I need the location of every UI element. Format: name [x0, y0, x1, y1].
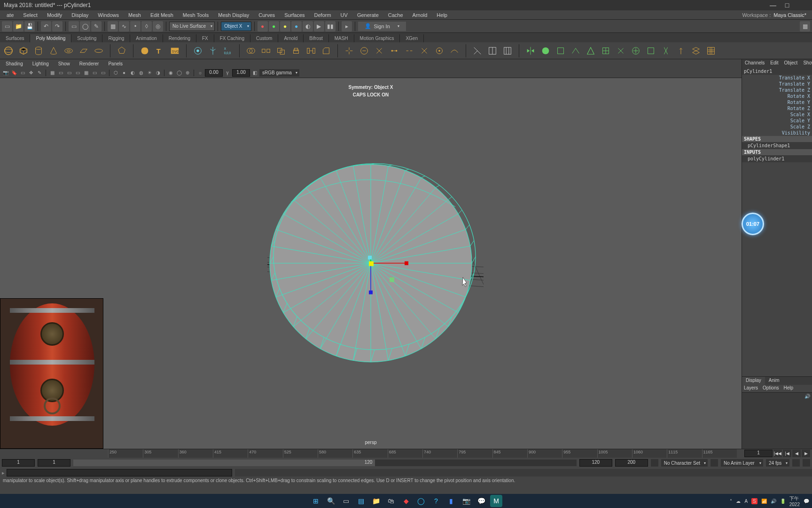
vp-safe-title-icon[interactable]: ▭ [99, 69, 107, 77]
menu-windows[interactable]: Windows [93, 12, 124, 18]
layer-editor-area[interactable]: 🔊 [742, 392, 812, 449]
vp-exposure-field[interactable]: 0.00 [205, 69, 223, 77]
wechat-icon[interactable]: 💬 [475, 495, 487, 507]
render-settings-button[interactable]: ● [280, 21, 290, 32]
vp-view-transform-icon[interactable]: ◧ [251, 69, 258, 77]
menu-uv[interactable]: UV [336, 12, 352, 18]
play-back-button[interactable]: ◀ [792, 450, 801, 457]
redo-button[interactable]: ↷ [52, 21, 62, 32]
poly-cube-icon[interactable] [17, 44, 30, 57]
menu-edit-mesh[interactable]: Edit Mesh [146, 12, 178, 18]
vp-xray-icon[interactable]: ◯ [175, 69, 183, 77]
anim-layer-dropdown[interactable]: No Anim Layer [721, 459, 763, 467]
vp-safe-action-icon[interactable]: ▭ [91, 69, 98, 77]
shelf-tab-bifrost[interactable]: Bifrost [304, 34, 328, 42]
search-button[interactable]: 🔍 [325, 495, 337, 507]
vp-2d-pan-icon[interactable]: ✥ [27, 69, 35, 77]
quadrangulate-icon[interactable] [599, 44, 612, 57]
tray-chevron-icon[interactable]: ˄ [730, 499, 732, 504]
select-tool-button[interactable]: ▭ [69, 21, 79, 32]
start-button[interactable]: ⊞ [310, 495, 322, 507]
new-scene-button[interactable]: ▭ [2, 21, 12, 32]
tray-sogou-icon[interactable]: S [751, 498, 757, 504]
render-button[interactable]: ● [258, 21, 268, 32]
vp-gamma-field[interactable]: 1.00 [232, 69, 250, 77]
attr-rotate-y[interactable]: Rotate Y [742, 99, 812, 105]
normals-icon[interactable] [674, 44, 687, 57]
poly-platonic-icon[interactable] [115, 44, 128, 57]
shape-node-name[interactable]: pCylinderShape1 [742, 142, 812, 149]
menu-surfaces[interactable]: Surfaces [280, 12, 309, 18]
edge-button[interactable]: ◯ [415, 495, 427, 507]
tray-wifi-icon[interactable]: 📶 [761, 499, 767, 504]
snap-point-button[interactable]: • [130, 21, 141, 32]
reflection-icon[interactable] [206, 44, 219, 57]
poly-plane-icon[interactable] [77, 44, 90, 57]
channel-object-name[interactable]: pCylinder1 [742, 68, 812, 75]
menu-help[interactable]: Help [432, 12, 452, 18]
app-blue-icon[interactable]: ▮ [445, 495, 457, 507]
vp-menu-panels[interactable]: Panels [103, 60, 127, 67]
snap-plane-button[interactable]: ◊ [141, 21, 152, 32]
poly-disc-icon[interactable] [92, 44, 105, 57]
attr-rotate-x[interactable]: Rotate X [742, 93, 812, 99]
mirror-icon[interactable] [524, 44, 537, 57]
sign-in-button[interactable]: 👤 Sign In ▾ [358, 22, 406, 31]
workspace-dropdown[interactable]: Maya Classic* [773, 12, 810, 18]
layers-menu[interactable]: Layers [744, 385, 758, 392]
separate-icon[interactable] [259, 44, 273, 57]
unfold-icon[interactable] [689, 44, 703, 57]
range-handle[interactable]: 120 [73, 460, 375, 466]
vp-bookmark-icon[interactable]: 🔖 [10, 69, 18, 77]
character-set-dropdown[interactable]: No Character Set [661, 459, 708, 467]
shelf-tab-xgen[interactable]: XGen [400, 34, 424, 42]
vp-wireframe-icon[interactable]: ⬡ [112, 69, 119, 77]
range-end-inner[interactable]: 120 [579, 459, 612, 467]
layer-options-menu[interactable]: Options [763, 385, 779, 392]
vp-image-plane-icon[interactable]: ▭ [19, 69, 26, 77]
menu-deform[interactable]: Deform [310, 12, 336, 18]
play-fwd-button[interactable]: ▶ [802, 450, 810, 457]
combine-icon[interactable] [244, 44, 258, 57]
range-start-outer[interactable]: 1 [2, 459, 35, 467]
remesh-icon[interactable] [629, 44, 642, 57]
collapse-icon[interactable] [373, 44, 386, 57]
vp-grid-icon[interactable]: ▦ [48, 69, 56, 77]
go-start-button[interactable]: |◀◀ [773, 450, 782, 457]
shelf-tab-mash[interactable]: MASH [329, 34, 354, 42]
vp-shaded-icon[interactable]: ● [120, 69, 128, 77]
bevel-icon[interactable] [320, 44, 333, 57]
layer-help-menu[interactable]: Help [783, 385, 793, 392]
menu-display[interactable]: Display [67, 12, 93, 18]
tray-ime-icon[interactable]: A [744, 499, 748, 504]
menu-modify[interactable]: Modify [42, 12, 67, 18]
snap-grid-button[interactable]: ▦ [108, 21, 118, 32]
cleanup-icon[interactable] [659, 44, 672, 57]
vp-res-gate-icon[interactable]: ▭ [65, 69, 73, 77]
quad-draw-icon[interactable] [554, 44, 567, 57]
vp-xray-joints-icon[interactable]: ⊕ [184, 69, 191, 77]
triangulate-icon[interactable] [584, 44, 597, 57]
detach-icon[interactable] [403, 44, 416, 57]
vp-shadows-icon[interactable]: ◑ [154, 69, 162, 77]
toggle-panel-button[interactable]: ▸ [342, 21, 352, 32]
window-maximize-button[interactable]: □ [780, 1, 794, 9]
vp-grease-icon[interactable]: ✎ [36, 69, 43, 77]
help-button[interactable]: ? [430, 495, 442, 507]
symmetry-dropdown[interactable]: Object X [221, 22, 251, 31]
explorer-button[interactable]: 📁 [370, 495, 382, 507]
shelf-tab-surfaces[interactable]: Surfaces [0, 34, 30, 42]
input-node-name[interactable]: polyCylinder1 [742, 155, 812, 162]
sculpt-icon[interactable] [539, 44, 552, 57]
prefs-button[interactable] [803, 459, 810, 467]
snap-live-button[interactable]: ◎ [153, 21, 163, 32]
insert-edge-icon[interactable] [486, 44, 499, 57]
chtab-show[interactable]: Show [800, 59, 812, 68]
range-slider[interactable]: 120 [73, 460, 577, 466]
menu-mesh-tools[interactable]: Mesh Tools [178, 12, 213, 18]
attr-translate-z[interactable]: Translate Z [742, 87, 812, 93]
shelf-tab-motiongraphics[interactable]: Motion Graphics [354, 34, 400, 42]
store-button[interactable]: 🛍 [385, 495, 397, 507]
fps-dropdown[interactable]: 24 fps [766, 459, 789, 467]
snap-curve-button[interactable]: ∿ [119, 21, 129, 32]
